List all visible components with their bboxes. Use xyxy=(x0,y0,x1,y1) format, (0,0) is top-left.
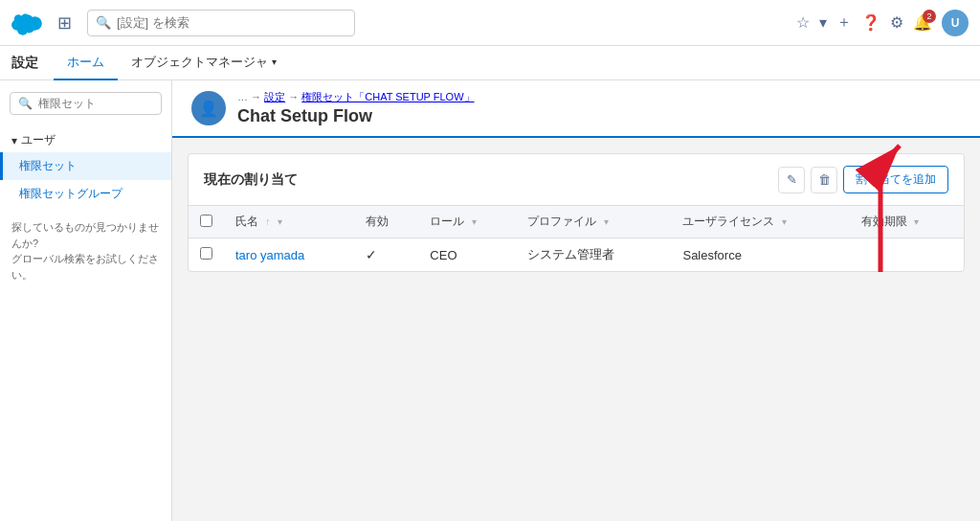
settings-icon[interactable]: ⚙ xyxy=(890,13,903,32)
main-layout: 🔍 ▾ ユーザ 権限セット 権限セットグループ 探しているものが見つかりませんか… xyxy=(0,80,980,521)
global-search[interactable]: 🔍 xyxy=(87,10,355,36)
search-input[interactable] xyxy=(117,15,346,30)
filter-icon-expiry[interactable]: ▾ xyxy=(914,216,919,227)
breadcrumb-settings[interactable]: 設定 xyxy=(264,91,285,102)
user-name-link[interactable]: taro yamada xyxy=(235,248,304,262)
row-name-cell: taro yamada xyxy=(224,238,354,272)
arrow-annotation xyxy=(172,80,980,521)
content-area: 👤 … → 設定 → 権限セット「CHAT SETUP FLOW」 Chat S… xyxy=(172,80,980,521)
assignments-table: 氏名 ↑ ▾ 有効 ロール ▾ プロファイル ▾ xyxy=(189,206,964,271)
table-header: 現在の割り当て ✎ 🗑 割り当てを追加 xyxy=(189,154,964,206)
nav-tabs: ホーム オブジェクトマネージャ ▾ xyxy=(54,46,290,80)
sort-icon-name[interactable]: ↑ xyxy=(265,216,270,227)
collapse-icon: ▾ xyxy=(11,134,17,147)
table-header-row: 氏名 ↑ ▾ 有効 ロール ▾ プロファイル ▾ xyxy=(189,206,964,238)
sidebar: 🔍 ▾ ユーザ 権限セット 権限セットグループ 探しているものが見つかりませんか… xyxy=(0,80,172,521)
col-active: 有効 xyxy=(354,206,419,238)
chevron-down-icon: ▾ xyxy=(272,57,277,67)
page-title: Chat Setup Flow xyxy=(237,106,961,126)
row-profile-cell: システム管理者 xyxy=(516,238,671,272)
page-header: 👤 … → 設定 → 権限セット「CHAT SETUP FLOW」 Chat S… xyxy=(172,80,980,138)
sidebar-item-permission-set[interactable]: 権限セット xyxy=(0,152,171,180)
help-icon[interactable]: ❓ xyxy=(861,13,880,32)
select-all-checkbox[interactable] xyxy=(200,215,212,227)
notification-icon[interactable]: 🔔 2 xyxy=(913,13,932,32)
tab-object-manager[interactable]: オブジェクトマネージャ ▾ xyxy=(118,46,290,80)
filter-icon-name[interactable]: ▾ xyxy=(278,216,282,227)
col-expiry: 有効期限 ▾ xyxy=(850,206,964,238)
nav-right-icons: ☆ ▾ ＋ ❓ ⚙ 🔔 2 U xyxy=(796,10,969,36)
filter-icon-license[interactable]: ▾ xyxy=(782,216,787,227)
sidebar-section-user-header[interactable]: ▾ ユーザ xyxy=(0,126,171,152)
sidebar-section-user: ▾ ユーザ 権限セット 権限セットグループ xyxy=(0,126,171,208)
salesforce-logo[interactable] xyxy=(11,8,42,38)
sidebar-section-label: ユーザ xyxy=(21,132,56,148)
col-profile: プロファイル ▾ xyxy=(516,206,671,238)
search-icon: 🔍 xyxy=(96,15,111,30)
user-icon: 👤 xyxy=(199,100,218,118)
table-body: taro yamada ✓ CEO システム管理者 Salesforce xyxy=(189,238,964,272)
edit-button[interactable]: ✎ xyxy=(778,167,805,193)
favorites-dropdown[interactable]: ▾ xyxy=(819,13,827,32)
sidebar-search[interactable]: 🔍 xyxy=(10,92,162,115)
add-icon[interactable]: ＋ xyxy=(836,12,852,33)
sidebar-search-icon: 🔍 xyxy=(18,97,33,110)
row-expiry-cell xyxy=(850,238,964,272)
row-checkbox-cell xyxy=(189,238,224,272)
sidebar-item-permission-set-group[interactable]: 権限セットグループ xyxy=(0,180,171,208)
col-role: ロール ▾ xyxy=(418,206,516,238)
breadcrumb: … → 設定 → 権限セット「CHAT SETUP FLOW」 xyxy=(237,90,961,104)
tab-home-label: ホーム xyxy=(67,54,104,71)
row-license-cell: Salesforce xyxy=(671,238,850,272)
sidebar-tip: 探しているものが見つかりませんか?グローバル検索をお試しください。 xyxy=(0,208,171,294)
row-checkbox[interactable] xyxy=(200,247,212,260)
filter-icon-profile[interactable]: ▾ xyxy=(604,216,609,227)
notification-count: 2 xyxy=(923,10,936,23)
top-navigation: ⊞ 🔍 ☆ ▾ ＋ ❓ ⚙ 🔔 2 U xyxy=(0,0,980,46)
user-avatar[interactable]: U xyxy=(942,10,969,36)
col-checkbox xyxy=(189,206,224,238)
app-title: 設定 xyxy=(11,55,38,72)
table-section-title: 現在の割り当て xyxy=(204,171,298,189)
app-grid-icon[interactable]: ⊞ xyxy=(57,12,72,34)
sidebar-search-input[interactable] xyxy=(38,97,153,110)
breadcrumb-dots: … → xyxy=(237,91,264,102)
favorites-icon[interactable]: ☆ xyxy=(796,13,810,32)
filter-icon-role[interactable]: ▾ xyxy=(472,216,477,227)
table-actions: ✎ 🗑 割り当てを追加 xyxy=(778,166,948,193)
tab-object-manager-label: オブジェクトマネージャ xyxy=(131,54,268,71)
page-header-icon: 👤 xyxy=(191,91,226,125)
table-row: taro yamada ✓ CEO システム管理者 Salesforce xyxy=(189,238,964,272)
col-name: 氏名 ↑ ▾ xyxy=(224,206,354,238)
breadcrumb-permission-set[interactable]: 権限セット「CHAT SETUP FLOW」 xyxy=(301,91,474,102)
col-license: ユーザライセンス ▾ xyxy=(671,206,850,238)
row-active-cell: ✓ xyxy=(354,238,419,272)
delete-button[interactable]: 🗑 xyxy=(811,167,837,193)
row-role-cell: CEO xyxy=(418,238,516,272)
table-container: 現在の割り当て ✎ 🗑 割り当てを追加 氏名 ↑ xyxy=(188,153,965,272)
tab-home[interactable]: ホーム xyxy=(54,46,118,80)
add-assignment-button[interactable]: 割り当てを追加 xyxy=(843,166,948,193)
app-bar: 設定 ホーム オブジェクトマネージャ ▾ xyxy=(0,46,980,80)
